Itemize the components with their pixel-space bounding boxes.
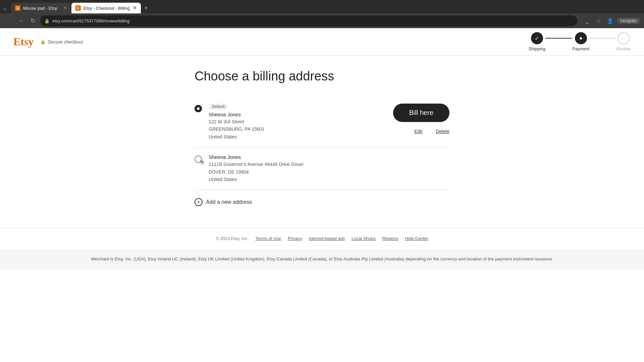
add-address-row[interactable]: + Add a new address (195, 190, 449, 214)
review-circle: ○ (618, 32, 630, 44)
address-info-2: Sheena Jones 1111B Governor's Avenue #64… (209, 154, 449, 183)
radio-inner-1 (197, 107, 200, 110)
tab1-label: Mouse pad - Etsy (23, 6, 57, 11)
shipping-circle: ✓ (531, 32, 543, 44)
address-radio-1[interactable] (195, 105, 202, 112)
footer-local-shops-link[interactable]: Local Shops (352, 236, 376, 241)
bookmark-icon[interactable]: ☆ (594, 16, 603, 25)
address-card-1: Default Sheena Jones 122 W 3rd Street GR… (195, 97, 449, 147)
tab2-favicon: E (75, 5, 81, 11)
profile-icon[interactable]: 👤 (605, 16, 615, 25)
footer-regions-link[interactable]: Regions (382, 236, 398, 241)
tab-billing[interactable]: E Etsy - Checkout - Billing ✕ (71, 3, 141, 13)
tab-mouse-pad[interactable]: E Mouse pad - Etsy ✕ (11, 3, 71, 13)
progress-step-shipping: ✓ Shipping (528, 32, 545, 51)
footer-interest-ads-link[interactable]: Interest-based ads (309, 236, 345, 241)
merchant-disclaimer: Merchant is Etsy, Inc. (USA), Etsy Irela… (0, 249, 644, 269)
new-tab-button[interactable]: + (141, 4, 152, 12)
edit-address1-button[interactable]: Edit (414, 129, 422, 134)
delete-address1-button[interactable]: Delete (436, 129, 449, 134)
browser-icons: ⎯ ☆ 👤 Incognito (583, 16, 640, 25)
address2-line1: 1111B Governor's Avenue #6449 Drive Dove… (209, 161, 449, 168)
radio-col-1 (195, 104, 202, 112)
review-label: Review (616, 46, 631, 51)
payment-circle: ● (575, 32, 587, 44)
site-header: Etsy 🔒 Secure checkout ✓ Shipping ● Paym… (0, 28, 644, 56)
add-address-label: Add a new address (206, 199, 252, 205)
line-shipping-payment (545, 38, 572, 39)
address-bar-row: ← → ↻ 🔒 etsy.com/cart/9175377089/review/… (0, 13, 644, 28)
address1-line3: United States (209, 133, 386, 140)
lock-icon: 🔒 (44, 18, 50, 23)
footer-help-center-link[interactable]: Help Center (405, 236, 428, 241)
secure-lock-icon: 🔒 (40, 39, 46, 44)
forward-button[interactable]: → (16, 16, 25, 25)
progress-step-payment: ● Payment (572, 32, 589, 51)
secure-checkout: 🔒 Secure checkout (40, 39, 83, 45)
default-badge: Default (209, 104, 228, 110)
footer-terms-link[interactable]: Terms of Use (255, 236, 281, 241)
tab-list-icon[interactable]: ⌄ (0, 5, 10, 11)
incognito-badge: Incognito (617, 18, 640, 24)
address-radio-2[interactable] (195, 156, 202, 163)
radio-col-2: 🖱 (195, 154, 202, 163)
footer-privacy-link[interactable]: Privacy (288, 236, 302, 241)
extension-icon[interactable]: ⎯ (583, 16, 592, 25)
tab2-label: Etsy - Checkout - Billing (84, 6, 130, 11)
plus-icon: + (195, 198, 203, 206)
progress-step-review: ○ Review (616, 32, 631, 51)
payment-label: Payment (572, 46, 589, 51)
footer-links: © 2023 Etsy, Inc. Terms of Use Privacy I… (13, 236, 631, 241)
address2-line2: DOVER, DE 19904 (209, 168, 449, 176)
address1-action-links: Edit Delete (414, 129, 449, 134)
back-button[interactable]: ← (4, 16, 13, 25)
browser-chrome: ⌄ E Mouse pad - Etsy ✕ E Etsy - Checkout… (0, 0, 644, 28)
checkout-progress: ✓ Shipping ● Payment ○ Review (528, 32, 631, 51)
shipping-label: Shipping (528, 46, 545, 51)
address1-line2: GREENSBURG, PA 15601 (209, 125, 386, 133)
address2-line3: United States (209, 176, 449, 183)
secure-checkout-label: Secure checkout (48, 39, 83, 45)
tab-bar: ⌄ E Mouse pad - Etsy ✕ E Etsy - Checkout… (0, 0, 644, 13)
footer-copyright: © 2023 Etsy, Inc. (216, 236, 249, 241)
bill-here-button[interactable]: Bill here (393, 104, 449, 122)
main-content: Choose a billing address Default Sheena … (188, 56, 456, 228)
page: Etsy 🔒 Secure checkout ✓ Shipping ● Paym… (0, 28, 644, 330)
tab1-close[interactable]: ✕ (63, 5, 67, 11)
url-text: etsy.com/cart/9175377089/review/billing (52, 18, 129, 23)
address1-name: Sheena Jones (209, 112, 386, 117)
page-footer: © 2023 Etsy, Inc. Terms of Use Privacy I… (0, 228, 644, 249)
address-bar[interactable]: 🔒 etsy.com/cart/9175377089/review/billin… (40, 15, 577, 26)
address1-line1: 122 W 3rd Street (209, 118, 386, 125)
address-actions-1: Bill here Edit Delete (393, 104, 449, 134)
address2-name: Sheena Jones (209, 154, 449, 160)
line-payment-review (589, 38, 616, 39)
etsy-logo: Etsy (13, 36, 34, 48)
tab1-favicon: E (15, 5, 20, 11)
address-info-1: Default Sheena Jones 122 W 3rd Street GR… (209, 104, 386, 140)
merchant-text: Merchant is Etsy, Inc. (USA), Etsy Irela… (91, 256, 553, 261)
address-card-2: 🖱 Sheena Jones 1111B Governor's Avenue #… (195, 147, 449, 190)
tab2-close[interactable]: ✕ (132, 5, 137, 11)
page-title: Choose a billing address (195, 69, 449, 83)
reload-button[interactable]: ↻ (28, 16, 38, 25)
